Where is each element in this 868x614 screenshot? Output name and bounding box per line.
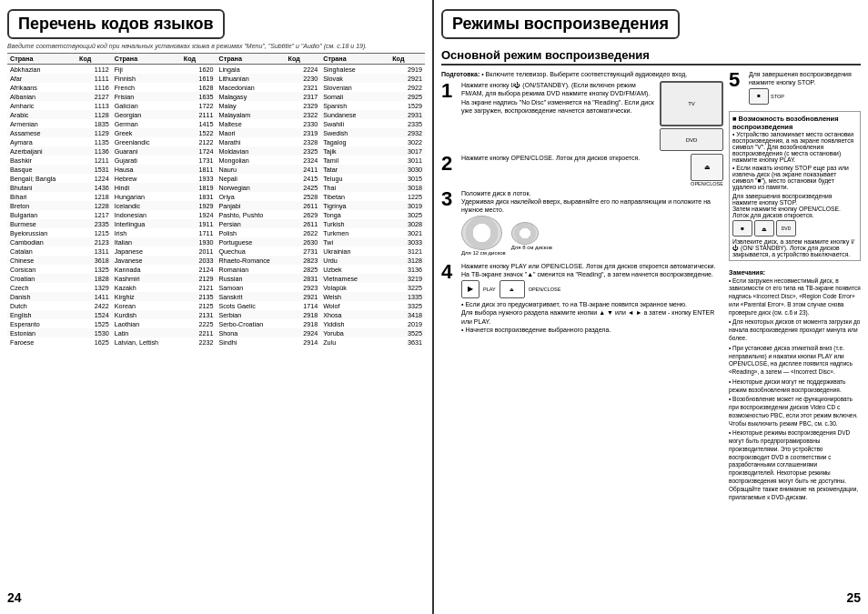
code-cell: 1311 (76, 247, 112, 256)
step1-num: 1 (441, 81, 458, 101)
country-cell: Thai (320, 183, 389, 192)
code-cell: 2211 (181, 328, 217, 337)
code-cell: 1619 (181, 74, 217, 83)
country-cell: Spanish (320, 101, 389, 110)
code-cell: 2011 (181, 247, 217, 256)
stop-button[interactable]: ■ (749, 88, 769, 105)
country-cell: Bulgarian (7, 210, 76, 219)
code-cell: 2328 (286, 137, 321, 146)
notes-section: Замечания: • Если загружен несовместимый… (729, 268, 861, 501)
note1: • Если загружен несовместимый диск, в за… (729, 277, 861, 317)
country-cell: Serbian (216, 310, 285, 319)
table-row: Armenian1835German1415Maltese2330Swahili… (7, 119, 425, 128)
code-cell: 1111 (76, 74, 112, 83)
code-cell: 2630 (286, 237, 321, 247)
country-cell: Frisian (112, 92, 181, 101)
open-close-button2[interactable]: ⏏ (500, 280, 525, 298)
country-cell: Croatian (7, 274, 76, 283)
disc-8cm: Для 8 см дисков (511, 222, 552, 252)
play-button[interactable]: ▶ (461, 280, 479, 298)
open-btn2[interactable]: ⏏ (754, 220, 774, 237)
code-cell: 2131 (181, 310, 217, 319)
code-cell: 1136 (76, 146, 112, 156)
code-cell: 3525 (389, 328, 425, 337)
country-cell: Catalan (7, 247, 76, 256)
code-cell: 2319 (286, 128, 321, 137)
code-cell: 2325 (286, 146, 321, 156)
country-cell: Moldavian (216, 146, 285, 156)
country-cell: Burmese (7, 219, 76, 228)
th-country1: Страна (7, 54, 76, 65)
country-cell: Corsican (7, 265, 76, 274)
code-cell: 3631 (389, 337, 425, 347)
country-cell: Afrikaans (7, 83, 76, 92)
stop-label: STOP (771, 94, 784, 100)
code-cell: 1924 (181, 210, 217, 219)
code-cell: 1135 (76, 137, 112, 146)
country-cell: Assamese (7, 128, 76, 137)
code-cell: 2125 (181, 301, 217, 310)
country-cell: Swedish (320, 128, 389, 137)
disc-images: Для 12 см дисков Для 8 см дисков (461, 216, 723, 257)
country-cell: Scots Gaelic (216, 301, 285, 310)
resume-text: • Устройство запоминает место остановки … (732, 131, 857, 163)
code-cell: 2019 (389, 319, 425, 328)
country-cell: French (112, 83, 181, 92)
code-cell: 1831 (181, 192, 217, 201)
country-cell: Ukrainian (320, 247, 389, 256)
table-row: Arabic1128Georgian2111Malayalam2322Sunda… (7, 110, 425, 119)
code-cell: 2922 (389, 83, 425, 92)
country-cell: Lithuanian (216, 74, 285, 83)
country-cell: Kirghiz (112, 292, 181, 301)
code-cell: 3225 (389, 283, 425, 292)
code-cell: 1217 (76, 210, 112, 219)
step4-buttons: ▶ PLAY ⏏ OPEN/CLOSE (461, 280, 723, 298)
country-cell: Hindi (112, 183, 181, 192)
code-cell: 2731 (286, 247, 321, 256)
country-cell: Arabic (7, 110, 76, 119)
country-cell: Galician (112, 101, 181, 110)
country-cell: Serbo-Croatian (216, 319, 285, 328)
code-cell: 2921 (286, 292, 321, 301)
step4-sub2: • Если диск это предусматривает, то на Т… (461, 300, 723, 308)
step4-num: 4 (441, 262, 458, 282)
country-cell: Slovak (320, 74, 389, 83)
country-cell: Javanese (112, 256, 181, 265)
disc-8cm-label: Для 8 см дисков (511, 245, 552, 252)
country-cell: Dutch (7, 301, 76, 310)
country-cell: Swahili (320, 119, 389, 128)
table-row: Esperanto1525Laothian2225Serbo-Croatian2… (7, 319, 425, 328)
code-cell: 2415 (286, 174, 321, 183)
country-cell: Irish (112, 228, 181, 237)
code-cell: 3011 (389, 156, 425, 165)
table-row: Burmese2335Interlingua1911Persian2611Tur… (7, 219, 425, 228)
code-cell: 1722 (181, 101, 217, 110)
code-cell: 1625 (76, 337, 112, 347)
country-cell: Malay (216, 101, 285, 110)
country-cell: Greek (112, 128, 181, 137)
code-cell: 1211 (76, 156, 112, 165)
table-row: Albanian2127Frisian1635Malagasy2317Somal… (7, 92, 425, 101)
code-cell: 3017 (389, 146, 425, 156)
code-cell: 1531 (76, 165, 112, 174)
step3-num: 3 (441, 189, 458, 209)
country-cell: Esperanto (7, 319, 76, 328)
country-cell: Amharic (7, 101, 76, 110)
country-cell: Italian (112, 237, 181, 247)
notes-title: Замечания: (729, 268, 861, 277)
country-cell: Xhosa (320, 310, 389, 319)
code-cell: 1113 (76, 101, 112, 110)
table-row: Corsican1325Kannada2124Romanian2825Uzbek… (7, 265, 425, 274)
country-cell: Maori (216, 128, 285, 137)
step4-text: Нажмите кнопку PLAY или OPEN/CLOSE. Лото… (461, 262, 723, 270)
stop-btn2[interactable]: ■ (732, 220, 752, 237)
country-cell: Samoan (216, 283, 285, 292)
stop-icon-row: ■ STOP (749, 88, 861, 105)
country-cell: Latin (112, 328, 181, 337)
resume-text2: • Если нажать кнопку STOP еще раз или из… (732, 165, 857, 190)
code-cell: 1819 (181, 183, 217, 192)
table-row: Faroese1625Latvian, Lettish2232Sindhi291… (7, 337, 425, 347)
step4-row: 4 Нажмите кнопку PLAY или OPEN/CLOSE. Ло… (441, 262, 723, 334)
code-cell: 1225 (389, 192, 425, 201)
country-cell: Georgian (112, 110, 181, 119)
